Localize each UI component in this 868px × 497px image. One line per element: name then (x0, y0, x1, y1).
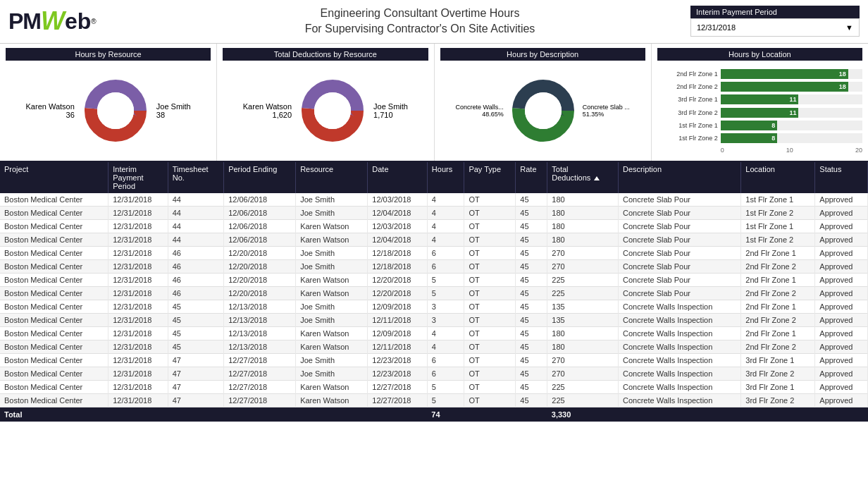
cell-date: 12/20/2018 (368, 273, 428, 286)
cell-resource: Karen Watson (296, 393, 368, 407)
cell-resource: Joe Smith (296, 193, 368, 207)
karen-ded-value: 1,620 (273, 111, 292, 119)
cell-location: 2nd Flr Zone 1 (741, 246, 815, 259)
cell-pay_type: OT (464, 380, 516, 393)
concrete-slab-label: Concrete Slab ...51.35% (583, 104, 630, 118)
cell-interim_payment_period: 12/31/2018 (108, 273, 168, 286)
cell-total_deductions: 270 (547, 246, 619, 259)
data-table-section: Project InterimPaymentPeriod TimesheetNo… (0, 162, 868, 422)
hours-by-location-panel: Hours by Location 2nd Flr Zone 1 18 2nd … (652, 44, 868, 161)
title-line1: Engineering Consultant Overtime Hours (321, 7, 520, 19)
cell-period_ending: 12/13/2018 (224, 300, 296, 313)
table-row: Boston Medical Center12/31/20184512/13/2… (0, 326, 868, 340)
cell-project: Boston Medical Center (0, 367, 108, 380)
cell-resource: Joe Smith (296, 259, 368, 273)
table-row: Boston Medical Center12/31/20184612/20/2… (0, 286, 868, 300)
joe-ded-label: Joe Smith 1,710 (373, 102, 408, 119)
cell-hours: 6 (427, 367, 464, 380)
cell-project: Boston Medical Center (0, 286, 108, 300)
cell-total_deductions: 180 (547, 219, 619, 233)
axis-20: 20 (855, 147, 862, 154)
cell-pay_type: OT (464, 273, 516, 286)
cell-description: Concrete Walls Inspection (618, 340, 740, 353)
cell-pay_type: OT (464, 313, 516, 326)
cell-description: Concrete Walls Inspection (618, 353, 740, 367)
bar-track-3rd-zone2: 11 (721, 108, 862, 118)
cell-interim_payment_period: 12/31/2018 (108, 380, 168, 393)
footer-col9 (516, 407, 547, 422)
period-value: 12/31/2018 (697, 23, 736, 32)
bar-label-1st-zone2: 1st Flr Zone 2 (657, 135, 721, 142)
cell-description: Concrete Slab Pour (618, 219, 740, 233)
cell-period_ending: 12/27/2018 (224, 393, 296, 407)
bar-fill-2nd-zone2: 18 (721, 82, 848, 92)
cell-rate: 45 (516, 233, 547, 246)
cell-period_ending: 12/13/2018 (224, 313, 296, 326)
bar-label-3rd-zone2: 3rd Flr Zone 2 (657, 109, 721, 116)
cell-hours: 4 (427, 233, 464, 246)
period-dropdown[interactable]: 12/31/2018 ▼ (690, 18, 860, 37)
cell-timesheet_no: 46 (168, 286, 223, 300)
cell-hours: 4 (427, 219, 464, 233)
bar-value-1st-zone2: 8 (771, 135, 775, 142)
cell-hours: 6 (427, 259, 464, 273)
bar-value-3rd-zone2: 11 (789, 109, 796, 116)
cell-location: 1st Flr Zone 1 (741, 193, 815, 207)
table-row: Boston Medical Center12/31/20184512/13/2… (0, 340, 868, 353)
col-rate: Rate (516, 162, 547, 193)
cell-timesheet_no: 46 (168, 246, 223, 259)
cell-project: Boston Medical Center (0, 340, 108, 353)
concrete-walls-label: Concrete Walls...48.65% (456, 104, 504, 118)
cell-location: 2nd Flr Zone 2 (741, 313, 815, 326)
cell-rate: 45 (516, 286, 547, 300)
col-project: Project (0, 162, 108, 193)
hours-by-resource-panel: Hours by Resource Karen Watson 36 Joe Sm… (0, 44, 217, 161)
hours-by-description-chart: Concrete Walls...48.65% Concrete Slab ..… (440, 65, 645, 157)
bar-fill-2nd-zone1: 18 (721, 69, 848, 79)
cell-date: 12/11/2018 (368, 313, 428, 326)
bar-axis: 0 10 20 (657, 145, 862, 154)
cell-location: 3rd Flr Zone 2 (741, 393, 815, 407)
cell-date: 12/18/2018 (368, 246, 428, 259)
cell-description: Concrete Slab Pour (618, 246, 740, 259)
cell-period_ending: 12/06/2018 (224, 233, 296, 246)
footer-col4 (224, 407, 296, 422)
svg-point-5 (314, 92, 351, 129)
cell-pay_type: OT (464, 193, 516, 207)
cell-interim_payment_period: 12/31/2018 (108, 393, 168, 407)
cell-period_ending: 12/27/2018 (224, 367, 296, 380)
period-label: Interim Payment Period (690, 6, 860, 18)
cell-pay_type: OT (464, 300, 516, 313)
cell-hours: 5 (427, 286, 464, 300)
period-selector: Interim Payment Period 12/31/2018 ▼ (690, 6, 860, 37)
karen-value: 36 (66, 111, 75, 119)
cell-status: Approved (815, 246, 868, 259)
cell-location: 3rd Flr Zone 1 (741, 353, 815, 367)
cell-timesheet_no: 46 (168, 259, 223, 273)
svg-point-2 (97, 92, 134, 129)
bar-value-2nd-zone2: 18 (839, 83, 846, 90)
bar-value-1st-zone1: 8 (771, 122, 775, 129)
cell-total_deductions: 180 (547, 233, 619, 246)
cell-resource: Karen Watson (296, 340, 368, 353)
cell-location: 2nd Flr Zone 1 (741, 273, 815, 286)
table-row: Boston Medical Center12/31/20184412/06/2… (0, 206, 868, 219)
cell-description: Concrete Slab Pour (618, 193, 740, 207)
bar-track-2nd-zone1: 18 (721, 69, 862, 79)
cell-project: Boston Medical Center (0, 353, 108, 367)
cell-pay_type: OT (464, 340, 516, 353)
cell-rate: 45 (516, 206, 547, 219)
cell-timesheet_no: 44 (168, 219, 223, 233)
cell-period_ending: 12/06/2018 (224, 219, 296, 233)
bar-fill-3rd-zone1: 11 (721, 94, 799, 104)
cell-rate: 45 (516, 219, 547, 233)
cell-rate: 45 (516, 393, 547, 407)
cell-rate: 45 (516, 353, 547, 367)
cell-date: 12/09/2018 (368, 326, 428, 340)
cell-date: 12/03/2018 (368, 219, 428, 233)
sort-arrow-total-deductions (594, 176, 600, 180)
bar-value-2nd-zone1: 18 (839, 70, 846, 78)
cell-interim_payment_period: 12/31/2018 (108, 286, 168, 300)
cell-project: Boston Medical Center (0, 246, 108, 259)
cell-status: Approved (815, 326, 868, 340)
